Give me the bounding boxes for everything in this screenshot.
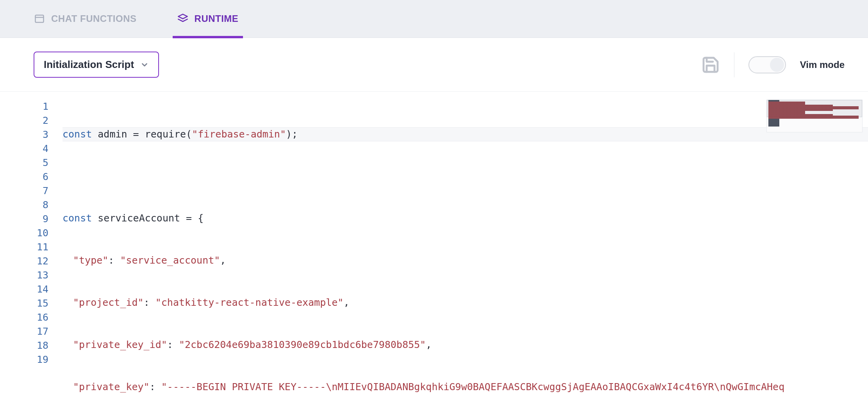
code-editor[interactable]: 12345678910111213141516171819 const admi…: [0, 92, 868, 396]
tab-label: CHAT FUNCTIONS: [51, 13, 137, 24]
line-number: 11: [0, 240, 48, 254]
line-number: 3: [0, 128, 48, 142]
line-number: 5: [0, 156, 48, 170]
tab-runtime[interactable]: RUNTIME: [157, 0, 259, 38]
line-number: 4: [0, 142, 48, 156]
script-type-select[interactable]: Initialization Script: [34, 52, 159, 78]
line-number: 8: [0, 198, 48, 212]
line-number: 16: [0, 310, 48, 325]
tab-label: RUNTIME: [195, 13, 239, 24]
svg-rect-0: [36, 15, 44, 23]
line-number: 13: [0, 268, 48, 282]
tab-chat-functions[interactable]: CHAT FUNCTIONS: [14, 0, 157, 38]
save-button[interactable]: [701, 55, 720, 74]
code-line: "private_key_id": "2cbc6204e69ba3810390e…: [63, 338, 868, 352]
toggle-knob: [770, 58, 784, 72]
line-number: 6: [0, 170, 48, 184]
divider: [734, 52, 734, 77]
script-select-label: Initialization Script: [44, 59, 134, 71]
line-number: 18: [0, 339, 48, 353]
window-icon: [34, 13, 45, 24]
layers-icon: [177, 13, 188, 24]
code-line: "type": "service_account",: [63, 253, 868, 268]
line-number: 19: [0, 353, 48, 367]
line-number: 10: [0, 226, 48, 240]
minimap[interactable]: [766, 100, 863, 132]
line-number: 12: [0, 254, 48, 268]
code-line: "private_key": "-----BEGIN PRIVATE KEY--…: [63, 380, 868, 394]
line-number: 7: [0, 184, 48, 198]
line-number: 2: [0, 114, 48, 128]
code-line: const admin = require("firebase-admin");: [63, 127, 868, 141]
tab-bar: CHAT FUNCTIONS RUNTIME: [0, 0, 868, 38]
chevron-down-icon: [140, 61, 149, 69]
line-number: 17: [0, 325, 48, 339]
svg-marker-2: [178, 14, 187, 19]
line-number: 1: [0, 100, 48, 114]
line-number-gutter: 12345678910111213141516171819: [0, 100, 63, 396]
code-content[interactable]: const admin = require("firebase-admin");…: [63, 100, 868, 396]
code-line: "project_id": "chatkitty-react-native-ex…: [63, 296, 868, 310]
line-number: 15: [0, 296, 48, 310]
vim-mode-label: Vim mode: [800, 59, 845, 70]
code-line: [63, 169, 868, 183]
line-number: 9: [0, 212, 48, 226]
code-line: const serviceAccount = {: [63, 211, 868, 225]
toolbar: Initialization Script Vim mode: [0, 38, 868, 92]
vim-mode-toggle[interactable]: [748, 56, 786, 73]
line-number: 14: [0, 282, 48, 296]
